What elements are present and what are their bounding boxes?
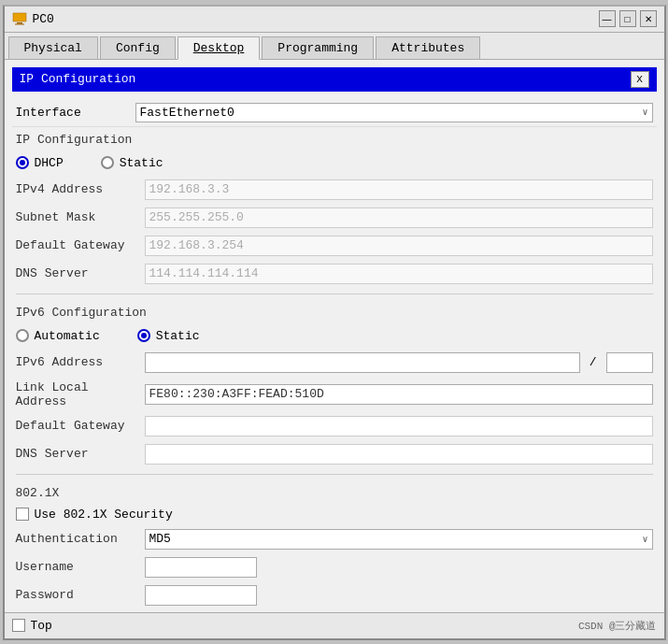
tab-programming[interactable]: Programming — [262, 36, 374, 59]
link-local-row: Link Local Address FE80::230:A3FF:FEAD:5… — [12, 377, 657, 412]
ipv4-radio-row: DHCP Static — [12, 150, 657, 176]
main-content: IP Configuration X Interface FastEtherne… — [5, 60, 664, 612]
ipv6-address-input[interactable] — [145, 352, 580, 373]
link-local-label: Link Local Address — [16, 380, 137, 408]
automatic-radio[interactable]: Automatic — [16, 329, 100, 343]
dhcp-radio-dot — [20, 160, 25, 165]
ipv6-address-label: IPv6 Address — [16, 355, 137, 369]
svg-rect-3 — [15, 24, 24, 25]
use-8021x-label: Use 802.1X Security — [35, 508, 173, 522]
ipv6-gateway-label: Default Gateway — [16, 419, 137, 433]
window-title: PC0 — [33, 12, 54, 26]
subnet-mask-row: Subnet Mask 255.255.255.0 — [12, 204, 657, 232]
subnet-mask-value: 255.255.255.0 — [145, 208, 653, 228]
ipv6-dns-label: DNS Server — [16, 447, 137, 461]
maximize-button[interactable]: □ — [619, 10, 636, 27]
static-radio-circle — [101, 156, 114, 169]
default-gateway-row: Default Gateway 192.168.3.254 — [12, 232, 657, 260]
static-ipv6-radio-dot — [141, 333, 147, 338]
desktop-panel: IP Configuration X Interface FastEtherne… — [5, 60, 664, 612]
interface-value: FastEthernet0 — [140, 106, 235, 120]
close-button[interactable]: ✕ — [640, 10, 657, 27]
bottom-left: Top — [12, 619, 52, 633]
static-ipv6-radio-circle — [137, 329, 150, 342]
ipv6-section-title: IPv6 Configuration — [12, 300, 657, 323]
bottom-bar: Top CSDN @三分藏道 — [5, 612, 664, 638]
static-label: Static — [120, 156, 163, 170]
dns-server-label: DNS Server — [16, 266, 137, 280]
automatic-label: Automatic — [35, 329, 100, 343]
ipv6-dns-row: DNS Server — [12, 440, 657, 468]
use-8021x-checkbox[interactable] — [16, 508, 29, 521]
auth-row: Authentication MD5 ∨ — [12, 525, 657, 553]
title-bar: PC0 — □ ✕ — [5, 7, 664, 33]
8021x-section-title: 802.1X — [12, 480, 657, 504]
minimize-button[interactable]: — — [599, 10, 616, 27]
default-gateway-value: 192.168.3.254 — [145, 236, 653, 256]
ip-config-close[interactable]: X — [631, 71, 649, 88]
interface-select[interactable]: FastEthernet0 ∨ — [135, 103, 653, 122]
tab-desktop[interactable]: Desktop — [178, 36, 261, 60]
top-label: Top — [31, 619, 52, 633]
auth-chevron-icon: ∨ — [642, 534, 647, 545]
ipv6-prefix-input[interactable] — [606, 352, 653, 373]
top-checkbox[interactable] — [12, 619, 25, 632]
svg-rect-2 — [17, 22, 22, 24]
use-8021x-row: Use 802.1X Security — [12, 504, 657, 525]
title-bar-left: PC0 — [12, 11, 54, 26]
username-label: Username — [16, 560, 137, 574]
tab-attributes[interactable]: Attributes — [376, 36, 480, 59]
ipv6-gateway-value[interactable] — [145, 416, 653, 436]
username-input[interactable] — [145, 557, 257, 578]
static-ipv6-radio[interactable]: Static — [137, 329, 200, 343]
default-gateway-label: Default Gateway — [16, 238, 137, 252]
auth-label: Authentication — [16, 532, 137, 546]
ipv6-radio-row: Automatic Static — [12, 323, 657, 349]
ipv6-slash: / — [588, 355, 599, 369]
ipv6-address-row: IPv6 Address / — [12, 349, 657, 377]
automatic-radio-circle — [16, 329, 29, 342]
main-window: PC0 — □ ✕ Physical Config Desktop Progra… — [3, 5, 666, 640]
ipv4-address-value: 192.168.3.3 — [145, 179, 653, 200]
auth-value: MD5 — [149, 532, 171, 546]
title-bar-controls: — □ ✕ — [599, 10, 657, 27]
subnet-mask-label: Subnet Mask — [16, 210, 137, 224]
interface-row: Interface FastEthernet0 ∨ — [12, 99, 657, 127]
ipv6-dns-value[interactable] — [145, 444, 653, 465]
password-input[interactable] — [145, 585, 257, 606]
ip-config-title: IP Configuration — [20, 72, 136, 86]
tab-config[interactable]: Config — [100, 36, 176, 59]
svg-rect-0 — [13, 13, 26, 21]
dhcp-label: DHCP — [35, 156, 64, 170]
ipv4-address-row: IPv4 Address 192.168.3.3 — [12, 176, 657, 204]
interface-label: Interface — [16, 106, 128, 120]
watermark: CSDN @三分藏道 — [578, 619, 657, 633]
ipv6-gateway-row: Default Gateway — [12, 412, 657, 440]
password-row: Password — [12, 581, 657, 609]
static-ipv6-label: Static — [156, 329, 200, 343]
ipv4-address-label: IPv4 Address — [16, 182, 137, 196]
link-local-value: FE80::230:A3FF:FEAD:510D — [145, 384, 653, 405]
dns-server-row: DNS Server 114.114.114.114 — [12, 260, 657, 288]
divider-ipv6 — [16, 293, 653, 294]
static-radio[interactable]: Static — [101, 156, 163, 170]
dhcp-radio-circle — [16, 156, 29, 169]
tab-bar: Physical Config Desktop Programming Attr… — [5, 33, 664, 60]
ipv4-section-title: IP Configuration — [12, 127, 657, 150]
auth-select[interactable]: MD5 ∨ — [145, 529, 653, 550]
username-row: Username — [12, 553, 657, 581]
divider-8021x — [16, 474, 653, 475]
chevron-down-icon: ∨ — [642, 107, 647, 118]
ip-config-header: IP Configuration X — [12, 67, 657, 92]
password-label: Password — [16, 588, 137, 602]
computer-icon — [12, 11, 27, 26]
dhcp-radio[interactable]: DHCP — [16, 156, 64, 170]
tab-physical[interactable]: Physical — [8, 36, 98, 59]
dns-server-value: 114.114.114.114 — [145, 264, 653, 284]
